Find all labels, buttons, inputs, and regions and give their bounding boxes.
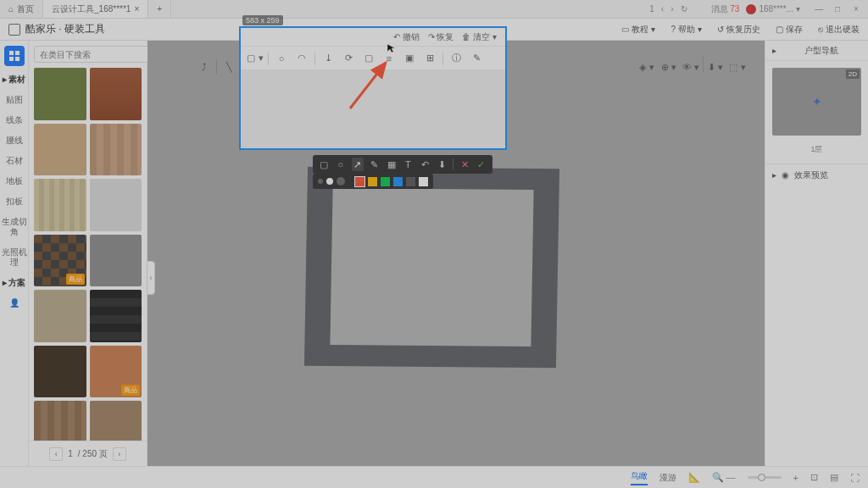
pop-down-icon[interactable]: ⤓ [319, 49, 337, 68]
menu-tutorial[interactable]: ▭教程 ▾ [621, 24, 655, 36]
stroke-size-small[interactable] [318, 179, 323, 184]
close-window-icon[interactable]: × [851, 4, 861, 14]
pop-frame-icon[interactable]: ▣ [400, 49, 419, 68]
redo-button[interactable]: ↷ 恢复 [428, 31, 454, 43]
floor-thumbnail[interactable]: 2D ✦ [772, 68, 861, 136]
annot-mosaic-icon[interactable]: ▦ [386, 158, 398, 171]
ruler-icon[interactable]: 📐 [688, 472, 700, 483]
undo-button[interactable]: ↶ 撤销 [393, 31, 420, 43]
pop-edit-icon[interactable]: ✎ [467, 49, 486, 68]
annot-rect-icon[interactable]: ▢ [318, 158, 330, 171]
annot-cancel-icon[interactable]: ✕ [459, 158, 470, 171]
clear-button[interactable]: 🗑 清空 ▾ [462, 31, 497, 43]
menu-help[interactable]: ?帮助 ▾ [670, 24, 702, 36]
export-icon[interactable]: ⤴ [194, 57, 214, 77]
messages-label[interactable]: 消息 [711, 4, 728, 14]
layer-icon[interactable]: ◈ ▾ [637, 57, 657, 77]
material-swatch[interactable] [34, 68, 86, 120]
user-avatar[interactable]: 168****... ▾ [746, 4, 800, 14]
minimize-icon[interactable]: — [814, 4, 824, 14]
browser-tab-home[interactable]: ⌂ 首页 [0, 0, 43, 18]
maximize-icon[interactable]: □ [832, 4, 843, 14]
pop-info-icon[interactable]: ⓘ [447, 49, 465, 68]
color-white[interactable] [419, 177, 428, 186]
zoom-in-icon[interactable]: + [793, 473, 798, 483]
measure-icon[interactable]: ⊕ ▾ [659, 57, 679, 77]
view3d-icon[interactable]: ⬚ ▾ [727, 57, 748, 77]
pop-rect-icon[interactable]: ▢ ▾ [246, 49, 264, 68]
fit-icon[interactable]: ⊡ [810, 472, 818, 483]
cat-scheme[interactable]: ▸ 方案 [3, 278, 26, 288]
annot-pen-icon[interactable]: ✎ [369, 158, 381, 171]
menu-history[interactable]: ↺恢复历史 [717, 24, 760, 36]
search-input[interactable] [34, 46, 153, 63]
pop-circle-icon[interactable]: ○ [272, 49, 291, 68]
cat-texture[interactable]: 贴图 [6, 95, 23, 105]
rail-user-icon[interactable]: 👤 [9, 298, 19, 308]
menu-exit[interactable]: ⎋退出硬装 [818, 24, 860, 36]
annot-undo-icon[interactable]: ↶ [419, 158, 431, 171]
annot-text-icon[interactable]: T [403, 158, 415, 171]
material-swatch[interactable] [34, 346, 86, 398]
material-swatch[interactable] [90, 68, 142, 120]
zoom-slider[interactable] [748, 476, 782, 479]
material-swatch[interactable] [90, 124, 142, 176]
page-next-button[interactable]: › [113, 447, 126, 461]
browser-tab-design[interactable]: 云设计工具_168****1 × [43, 0, 148, 18]
cat-light[interactable]: 光照机理 [0, 247, 28, 268]
annot-circle-icon[interactable]: ○ [335, 158, 347, 171]
annot-save-icon[interactable]: ⬇ [436, 158, 448, 171]
stroke-size-medium[interactable] [326, 178, 333, 185]
line-tool-icon[interactable]: ╲ [219, 57, 239, 77]
color-blue[interactable] [393, 177, 403, 186]
cat-waist[interactable]: 腰线 [6, 136, 23, 146]
color-green[interactable] [381, 177, 390, 186]
view-icon[interactable]: 👁 ▾ [681, 57, 701, 77]
rail-materials-button[interactable] [4, 46, 25, 66]
material-swatch[interactable] [34, 124, 86, 176]
page-prev-button[interactable]: ‹ [49, 447, 63, 461]
view-bird-button[interactable]: 鸟瞰 [631, 470, 648, 485]
material-swatch[interactable] [34, 401, 86, 441]
canvas[interactable]: ‹ ⤴ ╲ ▢ ▾ ○ ◠ ⤓ ⟳ ▢ ≡ ▣ ⊞ ⓘ ✎ ◈ ▾ ⊕ ▾ 👁 … [147, 41, 765, 466]
material-swatch[interactable]: 商品 [90, 346, 142, 398]
color-gray[interactable] [406, 177, 415, 186]
color-red[interactable] [355, 177, 364, 186]
annot-arrow-icon[interactable]: ↗ [352, 158, 364, 171]
collapse-icon: ▸ [772, 170, 776, 180]
menu-save[interactable]: ▢保存 [776, 24, 803, 36]
annot-confirm-icon[interactable]: ✓ [476, 158, 487, 171]
layers-icon[interactable]: ▤ [830, 472, 838, 483]
cat-stone[interactable]: 石材 [6, 156, 23, 166]
nav-back-icon[interactable]: ‹ [661, 4, 664, 14]
nav-fwd-icon[interactable]: › [670, 4, 673, 14]
pop-arc-icon[interactable]: ◠ [292, 49, 311, 68]
material-swatch[interactable] [90, 290, 142, 342]
zoom-out-icon[interactable]: 🔍 — [712, 472, 736, 483]
close-icon[interactable]: × [134, 4, 139, 14]
right-panel-preview-header[interactable]: ▸ ◉ 效果预览 [765, 164, 868, 186]
stroke-size-large[interactable] [337, 177, 345, 186]
download-icon[interactable]: ⬇ ▾ [705, 57, 726, 77]
color-yellow[interactable] [368, 177, 377, 186]
floor-plan[interactable] [304, 167, 559, 369]
cat-cut[interactable]: 生成切角 [0, 217, 28, 237]
right-panel-nav-header[interactable]: ▸ 户型导航 [765, 41, 868, 61]
material-swatch[interactable] [90, 401, 142, 441]
collapse-sidebar-button[interactable]: ‹ [147, 261, 155, 295]
refresh-icon[interactable]: ↻ [681, 4, 687, 14]
cat-floor[interactable]: 地板 [6, 176, 23, 186]
cat-line[interactable]: 线条 [6, 115, 23, 125]
view-roam-button[interactable]: 漫游 [659, 472, 676, 484]
pop-grid-icon[interactable]: ⊞ [420, 49, 439, 68]
fullscreen-icon[interactable]: ⛶ [850, 473, 860, 483]
material-swatch[interactable] [34, 290, 86, 342]
material-swatch[interactable] [90, 235, 142, 287]
material-swatch[interactable] [90, 179, 142, 231]
floor-inner[interactable] [330, 188, 533, 347]
material-swatch[interactable] [34, 179, 86, 231]
material-swatch[interactable]: 商品 [34, 235, 86, 287]
cat-buckle[interactable]: 扣板 [6, 197, 23, 207]
cat-material[interactable]: ▸ 素材 [3, 75, 26, 85]
new-tab-button[interactable]: + [148, 0, 171, 18]
